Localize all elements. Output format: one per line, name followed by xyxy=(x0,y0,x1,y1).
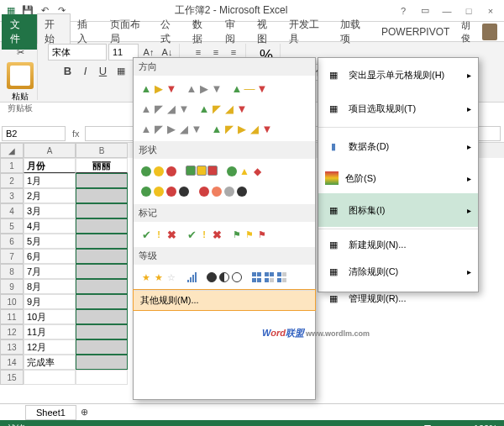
paste-button[interactable] xyxy=(7,62,34,89)
cell[interactable] xyxy=(24,370,76,385)
bold-button[interactable]: B xyxy=(60,62,76,79)
iconset-3signs[interactable]: ▲◆ xyxy=(224,164,265,179)
italic-button[interactable]: I xyxy=(77,62,94,79)
maximize-icon[interactable]: □ xyxy=(459,3,479,19)
cell[interactable]: 月份 xyxy=(24,158,76,173)
iconset-3traffic-unrimmed[interactable] xyxy=(139,164,179,179)
cell[interactable]: 5月 xyxy=(24,234,76,249)
ribbon-toggle-icon[interactable]: ▭ xyxy=(415,3,435,19)
cf-data-bars[interactable]: ▮数据条(D)▸ xyxy=(318,129,478,163)
row-header[interactable]: 8 xyxy=(0,264,24,279)
iconset-5quarters[interactable] xyxy=(204,270,244,285)
border-button[interactable]: ▦ xyxy=(113,62,129,79)
iconset-3arrows-gray[interactable]: ▲▶▼ xyxy=(184,81,224,96)
cell[interactable] xyxy=(76,188,128,203)
row-header[interactable]: 9 xyxy=(0,279,24,294)
row-header[interactable]: 1 xyxy=(0,158,24,173)
cell[interactable]: 9月 xyxy=(24,294,76,309)
row-header[interactable]: 13 xyxy=(0,339,24,355)
cell[interactable]: 6月 xyxy=(24,249,76,264)
user-name[interactable]: 胡俊 xyxy=(456,19,502,45)
cell[interactable] xyxy=(76,370,128,385)
minimize-icon[interactable]: — xyxy=(437,3,457,19)
underline-button[interactable]: U xyxy=(95,62,112,79)
row-header[interactable]: 3 xyxy=(0,188,24,203)
iconset-5arrows-color[interactable]: ▲◤▶◢▼ xyxy=(209,121,275,136)
cf-clear-rules[interactable]: ▦清除规则(C)▸ xyxy=(318,258,478,285)
col-header-a[interactable]: A xyxy=(24,143,76,158)
cf-color-scales[interactable]: 色阶(S)▸ xyxy=(318,163,478,193)
row-header[interactable]: 10 xyxy=(0,294,24,309)
fx-icon[interactable]: fx xyxy=(67,129,85,139)
row-header[interactable]: 2 xyxy=(0,173,24,188)
iconset-3symbols[interactable]: ✔!✖ xyxy=(184,227,224,242)
cf-icon-sets[interactable]: ▦图标集(I)▸ xyxy=(318,193,478,227)
iconset-5boxes[interactable] xyxy=(249,270,290,285)
cell[interactable] xyxy=(76,234,128,249)
iconset-5bars[interactable] xyxy=(184,270,199,285)
cell[interactable] xyxy=(76,249,128,264)
row-header[interactable]: 4 xyxy=(0,203,24,218)
iconset-3triangles[interactable]: ▲—▼ xyxy=(229,81,270,96)
cf-highlight-rules[interactable]: ▦突出显示单元格规则(H)▸ xyxy=(318,58,478,92)
cell[interactable]: 丽丽 xyxy=(76,158,128,173)
iconset-red-to-black[interactable] xyxy=(197,184,249,199)
view-layout-icon[interactable]: ▥ xyxy=(348,423,356,427)
sheet-tab[interactable]: Sheet1 xyxy=(25,405,76,420)
cell[interactable]: 11月 xyxy=(24,324,76,339)
cell[interactable]: 4月 xyxy=(24,218,76,234)
cell[interactable] xyxy=(76,203,128,218)
cell[interactable]: 10月 xyxy=(24,309,76,324)
row-header[interactable]: 6 xyxy=(0,234,24,249)
iconset-4traffic[interactable] xyxy=(139,184,192,199)
row-header[interactable]: 12 xyxy=(0,324,24,339)
cell[interactable] xyxy=(76,173,128,188)
iconset-5arrows-gray[interactable]: ▲◤▶◢▼ xyxy=(139,121,204,136)
iconset-gallery: 方向 ▲▶▼ ▲▶▼ ▲—▼ ▲◤◢▼ ▲◤◢▼ ▲◤▶◢▼ ▲◤▶◢▼ 形状 … xyxy=(133,57,316,400)
cell[interactable]: 3月 xyxy=(24,203,76,218)
cell[interactable] xyxy=(76,279,128,294)
cf-top-rules[interactable]: ▦项目选取规则(T)▸ xyxy=(318,92,478,125)
cell[interactable] xyxy=(76,294,128,309)
iconset-4arrows-color[interactable]: ▲◤◢▼ xyxy=(197,101,249,116)
cut-icon[interactable]: ✂ xyxy=(12,44,29,60)
watermark: Word联盟www.wordlm.com xyxy=(262,321,370,340)
iconset-3stars[interactable]: ★★☆ xyxy=(139,270,179,285)
cell[interactable] xyxy=(76,264,128,279)
select-all-corner[interactable]: ◢ xyxy=(0,143,24,158)
cell[interactable] xyxy=(76,218,128,234)
tab-powerpivot[interactable]: POWERPIVOT xyxy=(375,23,456,41)
row-header[interactable]: 7 xyxy=(0,249,24,264)
iconset-3traffic-rimmed[interactable] xyxy=(184,164,219,179)
cell[interactable] xyxy=(76,309,128,324)
cf-manage-rules[interactable]: ▦管理规则(R)... xyxy=(318,285,478,312)
new-sheet-icon[interactable]: ⊕ xyxy=(76,404,93,421)
help-icon[interactable]: ? xyxy=(393,3,413,19)
row-header[interactable]: 14 xyxy=(0,355,24,370)
font-name-combo[interactable]: 宋体 xyxy=(48,44,107,60)
more-rules[interactable]: 其他规则(M)... xyxy=(134,290,315,310)
col-header-b[interactable]: B xyxy=(76,143,128,158)
cell[interactable]: 7月 xyxy=(24,264,76,279)
iconset-4arrows-gray[interactable]: ▲◤◢▼ xyxy=(139,101,192,116)
row-header[interactable]: 5 xyxy=(0,218,24,234)
cell[interactable]: 1月 xyxy=(24,173,76,188)
cell[interactable] xyxy=(76,339,128,355)
row-header[interactable]: 11 xyxy=(0,309,24,324)
cell[interactable]: 12月 xyxy=(24,339,76,355)
name-box[interactable]: B2 xyxy=(2,126,66,141)
cell[interactable]: 8月 xyxy=(24,279,76,294)
iconset-3symbols-circled[interactable]: ✔!✖ xyxy=(139,227,179,242)
cf-new-rule[interactable]: ▦新建规则(N)... xyxy=(318,231,478,258)
iconset-3arrows-color[interactable]: ▲▶▼ xyxy=(139,81,179,96)
cell[interactable] xyxy=(76,355,128,370)
iconset-3flags[interactable]: ⚑⚑⚑ xyxy=(229,227,270,242)
cell[interactable] xyxy=(76,324,128,339)
cell[interactable]: 2月 xyxy=(24,188,76,203)
row-header[interactable]: 15 xyxy=(0,370,24,385)
view-normal-icon[interactable]: ▦ xyxy=(333,423,341,427)
macro-icon[interactable]: ▦ xyxy=(32,423,40,427)
close-icon[interactable]: × xyxy=(480,3,501,19)
cell[interactable]: 完成率 xyxy=(24,355,76,370)
view-break-icon[interactable]: ▤ xyxy=(363,423,371,427)
